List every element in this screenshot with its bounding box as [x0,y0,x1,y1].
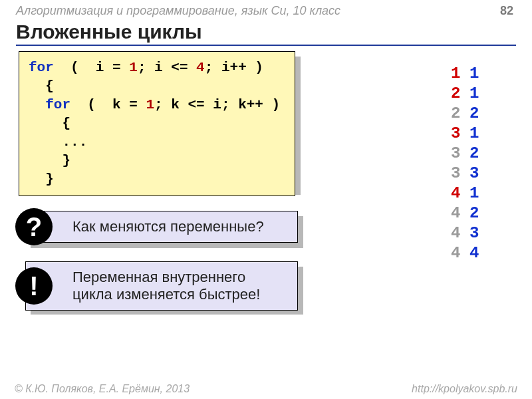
output-i: 4 [451,184,469,203]
course-title: Алгоритмизация и программирование, язык … [16,4,340,18]
code-line: { [29,77,285,96]
output-row: 11 [451,64,488,84]
output-k: 2 [469,144,488,164]
slide: Алгоритмизация и программирование, язык … [0,0,532,399]
output-i: 3 [451,124,469,144]
code-text: i = [96,60,129,75]
output-i: 4 [451,203,469,223]
output-k: 1 [469,124,488,144]
copyright-text: © К.Ю. Поляков, Е.А. Ерёмин, 2013 [15,383,190,395]
slide-footer: © К.Ю. Поляков, Е.А. Ерёмин, 2013 http:/… [0,383,532,395]
output-row: 44 [451,243,488,263]
output-i: 3 [451,144,469,164]
output-i: 4 [451,223,469,243]
output-k: 1 [469,64,488,84]
slide-header: Алгоритмизация и программирование, язык … [0,0,532,18]
output-row: 21 [451,84,488,104]
exclaim-text: Переменная внутреннего цикла изменяется … [72,269,260,303]
code-line: { [29,114,285,133]
output-row: 41 [451,184,488,203]
output-i: 2 [451,84,469,104]
output-column: 11212231323341424344 [451,64,488,263]
output-row: 42 [451,203,488,223]
brace: } [62,153,70,168]
output-row: 43 [451,223,488,243]
literal: 1 [146,97,155,112]
code-line: ... [29,133,285,152]
output-i: 2 [451,104,469,124]
page-number: 82 [500,4,513,18]
output-k: 2 [469,104,488,124]
callout-box: ! Переменная внутреннего цикла изменяетс… [25,261,298,311]
keyword-for: for [29,60,54,75]
literal: 1 [129,60,138,75]
output-row: 32 [451,144,488,164]
output-k: 3 [469,164,488,184]
code-line: for ( k = 1; k <= i; k++ ) [29,96,285,114]
output-k: 2 [469,203,488,223]
code-line: for ( i = 1; i <= 4; i++ ) [29,59,285,77]
code-block: for ( i = 1; i <= 4; i++ ) { for ( k = 1… [19,51,295,196]
code-text: ; i++ ) [205,60,263,75]
code-text: k = [112,97,146,112]
output-k: 3 [469,223,488,243]
output-k: 1 [469,184,488,203]
paren-open: ( [70,60,79,75]
output-i: 4 [451,243,469,263]
exclaim-callout: ! Переменная внутреннего цикла изменяетс… [25,261,532,311]
code-text: ; k <= i; k++ ) [154,97,280,112]
question-badge-icon: ? [15,208,53,245]
output-i: 1 [451,64,469,84]
code-text: ; i <= [138,60,196,75]
output-k: 1 [469,84,488,104]
output-k: 4 [469,243,488,263]
footer-url: http://kpolyakov.spb.ru [412,383,517,395]
exclaim-badge-icon: ! [15,267,53,305]
paren-open: ( [87,97,96,112]
output-row: 31 [451,124,488,144]
code-line: } [29,152,285,170]
output-row: 33 [451,164,488,184]
output-i: 3 [451,164,469,184]
question-text: Как меняются переменные? [72,218,264,235]
output-row: 22 [451,104,488,124]
brace: } [45,172,54,187]
keyword-for: for [45,97,70,112]
code-body: ... [62,134,87,150]
brace: { [45,78,54,94]
slide-title: Вложенные циклы [16,21,516,46]
callout-box: ? Как меняются переменные? [25,211,298,243]
literal: 4 [196,60,205,75]
code-line: } [29,170,285,189]
brace: { [62,116,70,131]
